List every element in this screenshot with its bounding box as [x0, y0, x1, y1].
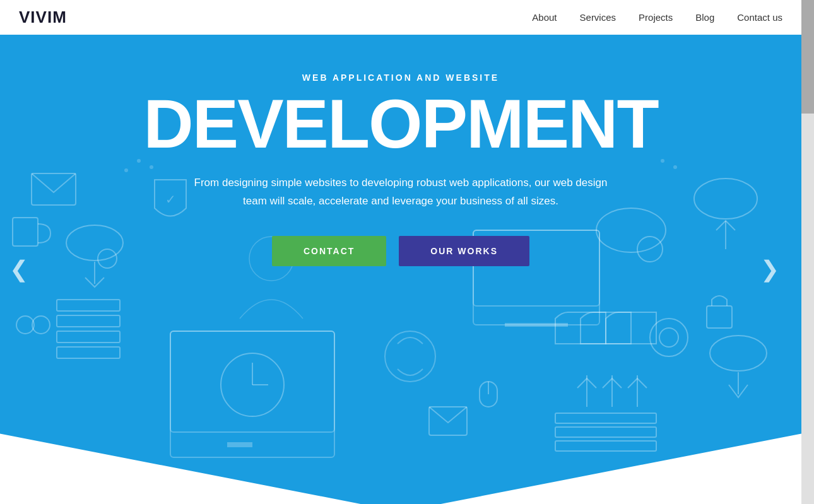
svg-rect-8 [57, 347, 120, 358]
svg-rect-33 [555, 441, 656, 451]
svg-rect-39 [480, 382, 497, 407]
svg-rect-13 [170, 331, 334, 432]
header: VIVIM About Services Projects Blog Conta… [0, 0, 801, 35]
svg-rect-34 [707, 306, 732, 328]
nav-contact-us[interactable]: Contact us [737, 12, 782, 23]
hero-subtitle: WEB APPLICATION AND WEBSITE [0, 73, 801, 83]
svg-point-35 [710, 336, 767, 371]
svg-point-9 [16, 316, 34, 334]
scrollbar-thumb[interactable] [801, 0, 814, 114]
nav-projects[interactable]: Projects [639, 12, 673, 23]
svg-point-26 [650, 319, 688, 356]
our-works-button[interactable]: OUR WORKS [399, 236, 529, 266]
svg-rect-31 [555, 413, 656, 423]
next-arrow[interactable]: ❯ [757, 250, 782, 288]
nav-services[interactable]: Services [580, 12, 616, 23]
svg-rect-32 [555, 427, 656, 437]
svg-point-27 [659, 328, 678, 347]
scrollbar[interactable] [801, 0, 814, 504]
hero-buttons: CONTACT OUR WORKS [0, 236, 801, 266]
nav-about[interactable]: About [532, 12, 557, 23]
hero-description: From designing simple websites to develo… [192, 174, 609, 211]
svg-rect-38 [429, 407, 467, 435]
hero-section: ✓ [0, 35, 801, 504]
nav-blog[interactable]: Blog [695, 12, 714, 23]
svg-rect-12 [170, 331, 334, 457]
svg-rect-7 [57, 331, 120, 343]
prev-arrow[interactable]: ❮ [6, 250, 32, 288]
svg-point-10 [32, 316, 50, 334]
svg-point-37 [385, 331, 435, 382]
svg-rect-5 [57, 300, 120, 311]
hero-title: DEVELOPMENT [0, 89, 801, 158]
hero-content: WEB APPLICATION AND WEBSITE DEVELOPMENT … [0, 35, 801, 266]
navigation: About Services Projects Blog Contact us [532, 12, 782, 23]
svg-point-15 [221, 353, 284, 416]
logo: VIVIM [19, 8, 67, 27]
contact-button[interactable]: CONTACT [272, 236, 386, 266]
svg-rect-6 [57, 315, 120, 327]
